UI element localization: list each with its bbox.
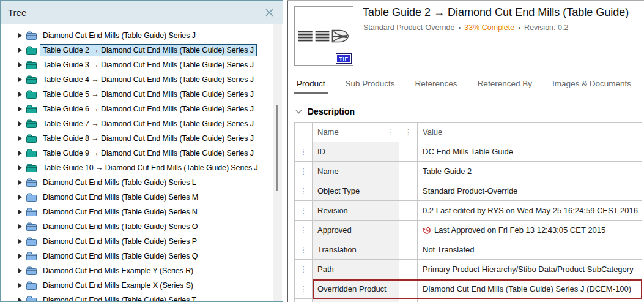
attribute-name[interactable]: Approved xyxy=(313,221,399,240)
column-menu-icon[interactable]: ⋮ xyxy=(387,129,394,136)
tree-item-label[interactable]: Diamond Cut End Mills (Table Guide) Seri… xyxy=(40,250,201,262)
tree-item[interactable]: Table Guide 10 → Diamond Cut End Mills (… xyxy=(1,160,283,175)
tree-item[interactable]: Table Guide 5 → Diamond Cut End Mills (T… xyxy=(1,87,283,102)
tree-item-label[interactable]: Table Guide 4 → Diamond Cut End Mills (T… xyxy=(40,74,257,86)
column-menu-icon[interactable]: ⋮ xyxy=(404,128,412,136)
attribute-name[interactable]: Name xyxy=(313,162,399,181)
expand-arrow-icon[interactable] xyxy=(18,298,22,302)
row-drag-handle[interactable]: ⋮ xyxy=(295,260,313,279)
tree-item-label[interactable]: Table Guide 8 → Diamond Cut End Mills (T… xyxy=(40,132,257,145)
tree-item[interactable]: Table Guide 2 → Diamond Cut End Mills (T… xyxy=(1,43,283,58)
expand-arrow-icon[interactable] xyxy=(18,180,22,185)
tab[interactable]: Images & Documents xyxy=(551,76,632,94)
row-drag-handle[interactable]: ⋮ xyxy=(295,201,313,221)
tree-item-label[interactable]: Diamond Cut End Mills (Table Guide) Seri… xyxy=(40,191,201,203)
attribute-value[interactable] xyxy=(418,299,642,302)
attribute-value[interactable]: Standard Product-Override xyxy=(418,181,642,201)
tree-item-label[interactable]: Diamond Cut End Mills Example Y (Series … xyxy=(40,265,196,277)
attribute-value[interactable]: DC End Mills Table Guide xyxy=(418,142,642,162)
tree-item-label[interactable]: Table Guide 6 → Diamond Cut End Mills (T… xyxy=(40,103,257,115)
attribute-name[interactable]: Overridden Product xyxy=(313,279,399,299)
tree-item[interactable]: Diamond Cut End Mills (Table Guide) Seri… xyxy=(1,28,283,43)
attribute-name[interactable]: Object Type xyxy=(313,181,399,201)
tab[interactable]: References xyxy=(414,76,459,94)
tree-item[interactable]: Table Guide 4 → Diamond Cut End Mills (T… xyxy=(1,72,283,87)
expand-arrow-icon[interactable] xyxy=(18,195,22,200)
attribute-value[interactable]: 0.2 Last edited by RYS on Wed May 25 16:… xyxy=(418,201,642,221)
row-drag-handle[interactable]: ⋮ xyxy=(295,181,313,201)
tree-item-label[interactable]: Table Guide 9 → Diamond Cut End Mills (T… xyxy=(40,147,257,159)
tree-item[interactable]: Diamond Cut End Mills Example Y (Series … xyxy=(1,263,283,278)
attribute-name[interactable]: ID xyxy=(313,142,399,162)
product-thumbnail[interactable]: TIF xyxy=(294,6,353,66)
expand-arrow-icon[interactable] xyxy=(18,48,22,53)
expand-arrow-icon[interactable] xyxy=(18,151,22,156)
attribute-value[interactable]: Last Approved on Fri Feb 13 12:43:05 CET… xyxy=(418,221,642,240)
tree-item[interactable]: Table Guide 6 → Diamond Cut End Mills (T… xyxy=(1,102,283,116)
tree-item[interactable]: Table Guide 3 → Diamond Cut End Mills (T… xyxy=(1,58,283,72)
tree-item-label[interactable]: Diamond Cut End Mills (Table Guide) Seri… xyxy=(40,221,201,233)
tree-item[interactable]: Diamond Cut End Mills (Table Guide) Seri… xyxy=(1,175,283,190)
attribute-name[interactable]: Path xyxy=(313,260,399,279)
attribute-value[interactable]: Primary Product Hierarchy/Stibo Data/Pro… xyxy=(418,260,642,279)
chevron-down-icon[interactable] xyxy=(295,110,302,114)
tree-scrollbar-thumb[interactable] xyxy=(276,105,278,191)
expand-arrow-icon[interactable] xyxy=(18,107,22,111)
tree-item[interactable]: Diamond Cut End Mills (Table Guide) Seri… xyxy=(1,293,283,302)
tree-item[interactable]: Diamond Cut End Mills (Table Guide) Seri… xyxy=(1,190,283,205)
tree-item-label[interactable]: Diamond Cut End Mills (Table Guide) Seri… xyxy=(40,235,200,247)
tab[interactable]: Referenced By xyxy=(476,76,533,94)
expand-arrow-icon[interactable] xyxy=(18,121,22,126)
row-drag-handle[interactable]: ⋮ xyxy=(295,279,313,299)
row-drag-handle[interactable]: ⋮ xyxy=(295,221,313,240)
tree-item[interactable]: Diamond Cut End Mills (Table Guide) Seri… xyxy=(1,205,283,219)
attribute-name[interactable]: Translation xyxy=(313,240,399,260)
expand-arrow-icon[interactable] xyxy=(18,224,22,229)
tree-item-label[interactable]: Table Guide 3 → Diamond Cut End Mills (T… xyxy=(40,59,257,71)
row-drag-handle[interactable]: ⋮ xyxy=(295,299,313,302)
tree-item[interactable]: Diamond Cut End Mills (Table Guide) Seri… xyxy=(1,234,283,249)
tree-item[interactable]: Diamond Cut End Mills (Table Guide) Seri… xyxy=(1,249,283,263)
tree-item-label[interactable]: Diamond Cut End Mills (Table Guide) Seri… xyxy=(40,206,201,218)
tree-item[interactable]: Table Guide 8 → Diamond Cut End Mills (T… xyxy=(1,131,283,146)
expand-arrow-icon[interactable] xyxy=(18,239,22,244)
tree-item-label[interactable]: Diamond Cut End Mills (Table Guide) Seri… xyxy=(40,176,199,189)
close-icon[interactable] xyxy=(263,6,275,18)
attribute-name[interactable]: Revision xyxy=(313,201,399,221)
row-drag-handle[interactable]: ⋮ xyxy=(295,162,313,181)
expand-arrow-icon[interactable] xyxy=(18,210,22,214)
column-header-mid[interactable]: ⋮ xyxy=(399,123,418,142)
expand-arrow-icon[interactable] xyxy=(18,254,22,259)
tree-item-label[interactable]: Diamond Cut End Mills (Table Guide) Seri… xyxy=(40,294,199,302)
tree-item[interactable]: Diamond Cut End Mills Example X (Series … xyxy=(1,278,283,293)
expand-arrow-icon[interactable] xyxy=(18,136,22,141)
expand-arrow-icon[interactable] xyxy=(18,92,22,97)
expand-arrow-icon[interactable] xyxy=(18,283,22,288)
tree-item-label[interactable]: Diamond Cut End Mills Example X (Series … xyxy=(40,279,196,292)
tree-item-label[interactable]: Table Guide 5 → Diamond Cut End Mills (T… xyxy=(40,88,257,100)
row-drag-handle[interactable]: ⋮ xyxy=(295,240,313,260)
attribute-value[interactable]: Table Guide 2 xyxy=(418,162,642,181)
expand-arrow-icon[interactable] xyxy=(18,268,22,273)
tree-item-label[interactable]: Diamond Cut End Mills (Table Guide) Seri… xyxy=(40,29,199,42)
tree-item-label[interactable]: Table Guide 7 → Diamond Cut End Mills (T… xyxy=(40,118,257,130)
expand-arrow-icon[interactable] xyxy=(18,33,22,38)
tree-item-label[interactable]: Table Guide 2 → Diamond Cut End Mills (T… xyxy=(40,44,257,56)
attribute-value[interactable]: Not Translated xyxy=(418,240,642,260)
expand-arrow-icon[interactable] xyxy=(18,165,22,170)
row-drag-handle[interactable]: ⋮ xyxy=(295,142,313,162)
expand-arrow-icon[interactable] xyxy=(18,62,22,67)
attribute-name[interactable] xyxy=(313,299,399,302)
tab[interactable]: Sub Products xyxy=(344,76,396,94)
column-header-value[interactable]: Value xyxy=(418,123,642,142)
tree-scrollbar[interactable] xyxy=(273,24,282,301)
attribute-value[interactable]: Diamond Cut End Mills (Table Guide) Seri… xyxy=(418,279,642,299)
tab[interactable]: Product xyxy=(295,76,327,94)
tree-item[interactable]: Diamond Cut End Mills (Table Guide) Seri… xyxy=(1,219,283,234)
column-header-name[interactable]: Name ⋮ xyxy=(313,123,399,142)
description-section-header[interactable]: Description xyxy=(295,107,355,116)
tree-item[interactable]: Table Guide 7 → Diamond Cut End Mills (T… xyxy=(1,116,283,131)
tree-item-label[interactable]: Table Guide 10 → Diamond Cut End Mills (… xyxy=(40,162,261,174)
tree-item[interactable]: Table Guide 9 → Diamond Cut End Mills (T… xyxy=(1,146,283,160)
expand-arrow-icon[interactable] xyxy=(18,77,22,82)
